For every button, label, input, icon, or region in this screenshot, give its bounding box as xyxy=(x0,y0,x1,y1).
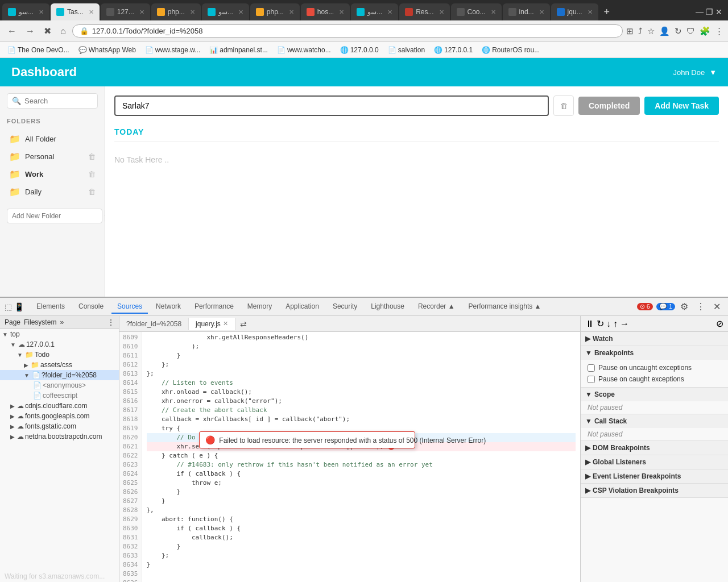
devtools-tab-security[interactable]: Security xyxy=(327,300,363,314)
source-tab-folder-id[interactable]: ?folder_id=%2058 xyxy=(119,318,189,330)
tab-close-12[interactable]: ✕ xyxy=(588,9,593,16)
share-icon[interactable]: ⤴ xyxy=(638,26,643,36)
tree-todo[interactable]: ▼ 📁 Todo xyxy=(0,350,119,360)
tab-close-10[interactable]: ✕ xyxy=(491,9,496,16)
more-tabs-btn[interactable]: » xyxy=(60,318,64,326)
restore-icon[interactable]: ❐ xyxy=(706,7,713,16)
tab-close-11[interactable]: ✕ xyxy=(539,9,544,16)
tree-coffeescript[interactable]: 📄 coffeescript xyxy=(0,390,119,401)
profile-icon[interactable]: 👤 xyxy=(659,26,670,36)
bookmark-7[interactable]: 📄salvation xyxy=(385,45,428,55)
tab-7[interactable]: hos... ✕ xyxy=(301,3,350,20)
add-task-button[interactable]: Add New Task xyxy=(644,97,719,115)
breakpoints-header[interactable]: ▼ Breakpoints xyxy=(581,346,728,360)
tree-cloudflare[interactable]: ▶ ☁ cdnjs.cloudflare.com xyxy=(0,401,119,411)
pause-uncaught-checkbox[interactable] xyxy=(588,364,595,372)
tab-5[interactable]: سو... ✕ xyxy=(202,3,249,20)
tab-close-6[interactable]: ✕ xyxy=(289,9,294,16)
reload-button[interactable]: ✖ xyxy=(41,24,54,38)
back-button[interactable]: ← xyxy=(5,25,19,38)
tab-1[interactable]: سو... ✕ xyxy=(2,3,49,20)
step-button[interactable]: → xyxy=(620,319,629,329)
bookmark-8[interactable]: 🌐127.0.0.1 xyxy=(431,45,475,55)
folder-personal-delete-icon[interactable]: 🗑 xyxy=(88,152,96,161)
event-listeners-header[interactable]: ▶ Event Listener Breakpoints xyxy=(581,469,728,483)
source-tab-navigate-button[interactable]: ⇄ xyxy=(235,318,251,330)
source-tab-jquery[interactable]: jquery.js ✕ xyxy=(189,318,235,330)
tree-folder-id[interactable]: ▼ 📄 ?folder_id=%2058 xyxy=(0,370,119,380)
folder-personal[interactable]: 📁 Personal 🗑 xyxy=(7,148,98,165)
tab-9[interactable]: Res... ✕ xyxy=(399,3,449,20)
task-input[interactable] xyxy=(114,95,549,116)
bookmark-2[interactable]: 💬WhatsApp Web xyxy=(76,45,139,55)
tree-assets[interactable]: ▶ 📁 assets/css xyxy=(0,360,119,370)
folder-all[interactable]: 📁 All Folder xyxy=(7,130,98,148)
code-content[interactable]: xhr.getAllResponseHeaders() ); } };}; //… xyxy=(142,332,581,582)
page-tab[interactable]: Page xyxy=(5,318,20,326)
devtools-tab-recorder[interactable]: Recorder ▲ xyxy=(412,300,461,314)
minimize-icon[interactable]: — xyxy=(696,7,704,16)
devtools-tab-sources[interactable]: Sources xyxy=(111,300,148,314)
tab-6[interactable]: php... ✕ xyxy=(250,3,300,20)
devtools-tab-lighthouse[interactable]: Lighthouse xyxy=(365,300,410,314)
forward-button[interactable]: → xyxy=(23,25,38,38)
filesystem-tab[interactable]: Filesystem xyxy=(24,318,56,326)
scope-header[interactable]: ▼ Scope xyxy=(581,388,728,401)
tab-close-3[interactable]: ✕ xyxy=(139,9,144,16)
tab-8[interactable]: سو... ✕ xyxy=(351,3,398,20)
step-out-button[interactable]: ↑ xyxy=(613,319,618,329)
tab-close-1[interactable]: ✕ xyxy=(39,9,44,16)
devtools-settings-button[interactable]: ⚙ xyxy=(677,300,691,313)
puzzle-icon[interactable]: 🧩 xyxy=(700,26,710,36)
devtools-tab-performance[interactable]: Performance xyxy=(189,300,239,314)
devtools-tab-network[interactable]: Network xyxy=(150,300,187,314)
tab-close-5[interactable]: ✕ xyxy=(238,9,243,16)
global-listeners-header[interactable]: ▶ Global Listeners xyxy=(581,455,728,469)
sidebar-more-icon[interactable]: ⋮ xyxy=(107,318,114,326)
pause-button[interactable]: ⏸ xyxy=(585,319,594,329)
pause-caught-checkbox[interactable] xyxy=(588,376,595,383)
tab-2[interactable]: Tas... ✕ xyxy=(51,3,100,20)
step-into-button[interactable]: ↓ xyxy=(606,319,611,329)
new-tab-button[interactable]: + xyxy=(599,6,615,18)
completed-button[interactable]: Completed xyxy=(578,97,640,115)
devtools-icon-device[interactable]: 📱 xyxy=(14,302,24,311)
bookmark-9[interactable]: 🌐RouterOS rou... xyxy=(479,45,543,55)
search-input[interactable] xyxy=(24,97,93,105)
devtools-icon-inspect[interactable]: ⬚ xyxy=(5,302,12,311)
devtools-tab-application[interactable]: Application xyxy=(280,300,325,314)
bookmark-6[interactable]: 🌐127.0.0.0 xyxy=(337,45,382,55)
folder-work-delete-icon[interactable]: 🗑 xyxy=(88,170,96,178)
source-tab-close-jquery[interactable]: ✕ xyxy=(223,320,228,327)
qr-icon[interactable]: ⊞ xyxy=(626,26,634,36)
devtools-tab-perf-insights[interactable]: Performance insights ▲ xyxy=(463,300,547,314)
tree-localhost[interactable]: ▼ ☁ 127.0.0.1 xyxy=(0,339,119,350)
devtools-close-button[interactable]: ✕ xyxy=(710,300,723,313)
bookmark-5[interactable]: 📄www.watcho... xyxy=(274,45,334,55)
shield-icon[interactable]: 🛡 xyxy=(686,26,695,36)
devtools-tab-memory[interactable]: Memory xyxy=(242,300,278,314)
deactivate-breakpoints-button[interactable]: ⊘ xyxy=(716,318,723,329)
search-box[interactable]: 🔍 xyxy=(7,93,98,109)
user-menu[interactable]: John Doe ▼ xyxy=(673,68,717,77)
bookmark-4[interactable]: 📊adminpanel.st... xyxy=(206,45,271,55)
tab-12[interactable]: jqu... ✕ xyxy=(551,3,598,20)
dom-breakpoints-header[interactable]: ▶ DOM Breakpoints xyxy=(581,441,728,455)
close-window-icon[interactable]: ✕ xyxy=(715,7,722,16)
tree-gstatic[interactable]: ▶ ☁ fonts.gstatic.com xyxy=(0,421,119,431)
tree-anonymous[interactable]: 📄 <anonymous> xyxy=(0,380,119,390)
call-stack-header[interactable]: ▼ Call Stack xyxy=(581,414,728,428)
tab-close-7[interactable]: ✕ xyxy=(339,9,344,16)
tree-top[interactable]: ▼ top xyxy=(0,329,119,339)
folder-daily[interactable]: 📁 Daily 🗑 xyxy=(7,183,98,201)
bookmark-1[interactable]: 📄The One DevO... xyxy=(5,45,72,55)
tab-close-4[interactable]: ✕ xyxy=(190,9,195,16)
tab-3[interactable]: 127... ✕ xyxy=(101,3,150,20)
bookmark-icon[interactable]: ☆ xyxy=(647,26,655,36)
bookmark-3[interactable]: 📄www.stage.w... xyxy=(142,45,203,55)
tab-10[interactable]: Coo... ✕ xyxy=(451,3,502,20)
folder-daily-delete-icon[interactable]: 🗑 xyxy=(88,188,96,196)
devtools-tab-elements[interactable]: Elements xyxy=(31,300,71,314)
watch-header[interactable]: ▶ Watch xyxy=(581,332,728,346)
task-delete-button[interactable]: 🗑 xyxy=(553,95,574,116)
